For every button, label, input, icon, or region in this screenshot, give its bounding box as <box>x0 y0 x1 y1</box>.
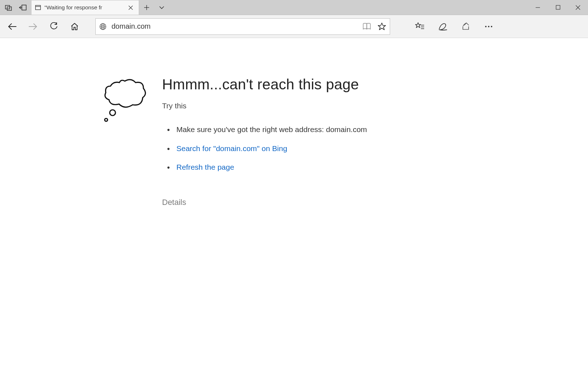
window-close-button[interactable] <box>568 0 588 15</box>
suggestion-search-bing: Search for "domain.com" on Bing <box>169 143 367 155</box>
svg-marker-20 <box>416 23 421 28</box>
svg-point-24 <box>485 26 487 27</box>
reading-view-icon[interactable] <box>362 23 371 31</box>
window-minimize-button[interactable] <box>528 0 548 15</box>
page-content: Hmmm...can't reach this page Try this Ma… <box>0 38 588 207</box>
error-suggestions-list: Make sure you've got the right web addre… <box>162 124 367 173</box>
set-aside-tabs-icon[interactable] <box>19 4 27 11</box>
svg-point-27 <box>110 110 115 116</box>
browser-toolbar <box>0 15 588 38</box>
favorite-star-icon[interactable] <box>378 22 386 31</box>
tab-preview-icon[interactable] <box>5 4 12 11</box>
navigation-buttons <box>4 21 83 32</box>
site-identity-icon[interactable] <box>99 23 106 30</box>
thought-cloud-icon <box>100 76 153 207</box>
toolbar-actions <box>414 21 497 32</box>
refresh-button[interactable] <box>48 21 60 32</box>
tab-bar: "Waiting for response fr <box>0 0 588 15</box>
tab-system-icons <box>0 0 32 15</box>
error-message-column: Hmmm...can't reach this page Try this Ma… <box>162 76 367 207</box>
notes-icon[interactable] <box>437 21 448 32</box>
tab-close-button[interactable] <box>126 3 135 12</box>
window-controls <box>528 0 588 15</box>
suggestion-check-address: Make sure you've got the right web addre… <box>169 124 367 136</box>
suggestion-refresh: Refresh the page <box>169 161 367 173</box>
error-details-toggle[interactable]: Details <box>162 198 186 207</box>
home-button[interactable] <box>69 21 80 32</box>
forward-button <box>27 21 39 32</box>
refresh-page-link[interactable]: Refresh the page <box>176 163 234 171</box>
address-bar[interactable] <box>95 18 390 35</box>
error-heading: Hmmm...can't reach this page <box>162 76 367 93</box>
svg-point-26 <box>491 26 492 27</box>
browser-tab-active[interactable]: "Waiting for response fr <box>32 0 139 15</box>
svg-rect-4 <box>35 5 41 10</box>
svg-rect-1 <box>7 7 11 10</box>
svg-rect-0 <box>5 5 10 9</box>
svg-marker-19 <box>378 23 386 30</box>
tab-title: "Waiting for response fr <box>44 4 122 11</box>
more-menu-icon[interactable] <box>483 21 494 32</box>
share-icon[interactable] <box>460 21 471 32</box>
svg-point-28 <box>105 118 108 121</box>
svg-rect-2 <box>22 5 26 10</box>
favorites-hub-icon[interactable] <box>414 21 425 32</box>
search-bing-link[interactable]: Search for "domain.com" on Bing <box>176 144 287 153</box>
back-button[interactable] <box>6 21 18 32</box>
svg-rect-11 <box>556 5 560 9</box>
window-maximize-button[interactable] <box>548 0 568 15</box>
error-subheading: Try this <box>162 102 367 110</box>
svg-point-25 <box>488 26 489 27</box>
url-input[interactable] <box>112 22 362 31</box>
tab-favicon-icon <box>35 5 41 10</box>
tab-scroll-chevron-icon[interactable] <box>154 0 169 15</box>
new-tab-button[interactable] <box>139 0 154 15</box>
